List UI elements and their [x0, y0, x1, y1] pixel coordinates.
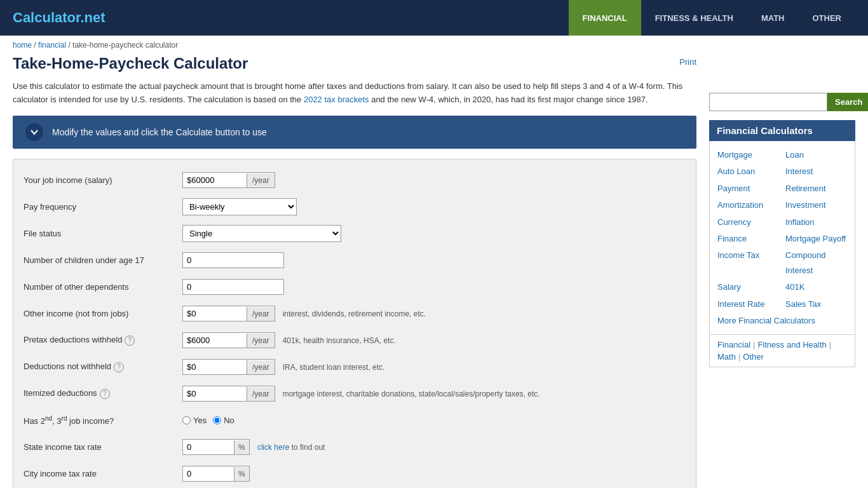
fin-link-auto-loan[interactable]: Auto Loan: [717, 164, 779, 179]
state-tax-hint: click here to find out: [257, 443, 325, 452]
file-status-row: File status Single Married Filing Jointl…: [24, 223, 686, 245]
logo-text-net: net: [85, 10, 105, 25]
fin-link-amortization[interactable]: Amortization: [717, 198, 779, 212]
other-dependents-input[interactable]: [182, 279, 284, 295]
state-tax-input[interactable]: [183, 440, 234, 454]
breadcrumb-current: take-home-paycheck calculator: [72, 41, 178, 50]
fin-link-income-tax[interactable]: Income Tax: [717, 248, 779, 278]
sep-1: |: [753, 340, 755, 349]
pay-frequency-label: Pay frequency: [24, 202, 182, 212]
fin-link-interest[interactable]: Interest: [785, 164, 847, 179]
pretax-hint: 401k, health insurance, HSA, etc.: [283, 336, 396, 345]
second-job-radio-group: Yes No: [182, 416, 234, 425]
fin-link-payment[interactable]: Payment: [717, 181, 779, 196]
itemized-unit: /year: [247, 387, 275, 401]
tax-brackets-link[interactable]: 2022 tax brackets: [304, 95, 369, 104]
fin-link-currency[interactable]: Currency: [717, 215, 779, 229]
pretax-unit-wrapper: /year: [182, 332, 275, 348]
second-job-no-label[interactable]: No: [213, 416, 234, 425]
search-button[interactable]: Search: [827, 93, 868, 111]
fin-link-mortgage[interactable]: Mortgage: [717, 147, 779, 162]
fin-link-mortgage-payoff[interactable]: Mortgage Payoff: [785, 231, 847, 246]
deductions-not-withheld-unit: /year: [247, 360, 275, 374]
city-tax-row: City income tax rate %: [24, 463, 686, 485]
cat-link-math[interactable]: Math: [717, 352, 736, 362]
fin-link-retirement[interactable]: Retirement: [785, 181, 847, 196]
pay-frequency-row: Pay frequency Weekly Bi-weekly Semi-mont…: [24, 196, 686, 218]
logo-text-main: Calculator: [13, 10, 80, 25]
fin-link-finance[interactable]: Finance: [717, 231, 779, 246]
second-job-yes-label[interactable]: Yes: [182, 416, 207, 425]
job-income-unit: /year: [247, 173, 275, 187]
children-input[interactable]: [182, 252, 284, 268]
pay-frequency-select[interactable]: Weekly Bi-weekly Semi-monthly Monthly Qu…: [182, 198, 297, 215]
itemized-input-group: /year mortgage interest, charitable dona…: [182, 386, 540, 402]
second-job-row: Has 2nd, 3rd job income? Yes No: [24, 410, 686, 431]
nav-math[interactable]: MATH: [747, 0, 799, 36]
second-job-yes-radio[interactable]: [182, 416, 191, 424]
city-tax-label: City income tax rate: [24, 469, 182, 478]
deductions-hint: IRA, student loan interest, etc.: [283, 363, 385, 372]
nav-fitness[interactable]: FITNESS & HEALTH: [641, 0, 747, 36]
sep-3: |: [738, 352, 740, 362]
deductions-not-withheld-input[interactable]: [183, 360, 247, 374]
state-tax-label: State income tax rate: [24, 442, 182, 452]
fin-link-compound-interest[interactable]: Compound Interest: [785, 248, 847, 278]
fin-link-more[interactable]: More Financial Calculators: [717, 313, 847, 328]
breadcrumb-home[interactable]: home: [13, 41, 32, 50]
state-tax-input-wrapper: %: [182, 439, 250, 455]
state-tax-row: State income tax rate % click here to fi…: [24, 437, 686, 458]
job-income-input[interactable]: [183, 173, 247, 187]
chevron-down-icon: [25, 123, 43, 141]
itemized-input[interactable]: [183, 386, 247, 401]
job-income-row: Your job income (salary) /year: [24, 170, 686, 191]
fin-link-investment[interactable]: Investment: [785, 198, 847, 212]
other-income-input-group: /year interest, dividends, retirement in…: [182, 306, 426, 322]
sep-2: |: [829, 340, 831, 349]
search-input[interactable]: [709, 93, 827, 111]
deductions-input-group: /year IRA, student loan interest, etc.: [182, 359, 384, 375]
nav-financial[interactable]: FINANCIAL: [569, 0, 641, 36]
city-tax-input[interactable]: [183, 466, 234, 481]
deductions-help-icon[interactable]: ?: [114, 362, 124, 372]
cat-link-financial[interactable]: Financial: [717, 340, 750, 349]
job-income-input-group: /year: [182, 172, 275, 188]
fin-link-inflation[interactable]: Inflation: [785, 215, 847, 229]
desc-text-2: and the new W-4, which, in 2020, has had…: [369, 95, 648, 104]
financial-calculators-links: Mortgage Loan Auto Loan Interest Payment…: [709, 141, 855, 335]
cat-link-fitness[interactable]: Fitness and Health: [757, 340, 826, 349]
itemized-help-icon[interactable]: ?: [100, 389, 110, 399]
other-income-unit: /year: [247, 307, 275, 321]
pretax-help-icon[interactable]: ?: [125, 336, 135, 346]
itemized-deductions-label: Itemized deductions?: [24, 388, 182, 399]
file-status-label: File status: [24, 229, 182, 238]
deductions-unit-wrapper: /year: [182, 359, 275, 375]
pretax-input[interactable]: [183, 333, 247, 348]
cat-link-other[interactable]: Other: [743, 352, 764, 362]
fin-link-401k[interactable]: 401K: [785, 280, 847, 294]
fin-link-interest-rate[interactable]: Interest Rate: [717, 297, 779, 311]
fin-link-sales-tax[interactable]: Sales Tax: [785, 297, 847, 311]
print-link[interactable]: Print: [679, 57, 696, 67]
state-tax-input-group: % click here to find out: [182, 439, 325, 455]
second-job-no-radio[interactable]: [213, 416, 221, 424]
other-income-unit-wrapper: /year: [182, 306, 275, 322]
other-income-input[interactable]: [183, 306, 247, 321]
state-tax-link[interactable]: click here: [257, 443, 290, 452]
page-description: Use this calculator to estimate the actu…: [13, 80, 696, 107]
nav-other[interactable]: OTHER: [799, 0, 856, 36]
city-tax-input-wrapper: %: [182, 466, 250, 482]
pretax-input-group: /year 401k, health insurance, HSA, etc.: [182, 332, 396, 348]
search-box: Search: [709, 93, 855, 111]
main-nav: FINANCIAL FITNESS & HEALTH MATH OTHER: [569, 0, 855, 36]
breadcrumb: home / financial / take-home-paycheck ca…: [0, 36, 868, 55]
fin-link-loan[interactable]: Loan: [785, 147, 847, 162]
modify-banner: Modify the values and click the Calculat…: [13, 116, 696, 149]
other-income-hint: interest, dividends, retirement income, …: [283, 309, 426, 318]
breadcrumb-financial[interactable]: financial: [38, 41, 66, 50]
file-status-select[interactable]: Single Married Filing Jointly Married Fi…: [182, 225, 341, 242]
job-income-label: Your job income (salary): [24, 175, 182, 185]
other-dependents-row: Number of other dependents: [24, 276, 686, 298]
fin-link-salary[interactable]: Salary: [717, 280, 779, 294]
state-tax-unit: %: [234, 440, 249, 454]
